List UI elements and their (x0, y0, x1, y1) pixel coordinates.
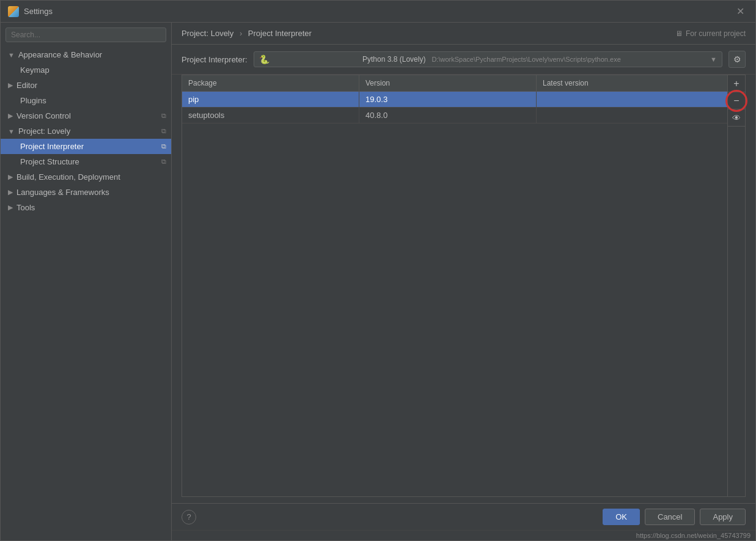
settings-dialog: Settings ✕ ▼ Appearance & Behavior Keyma… (0, 0, 756, 541)
status-bar: https://blog.csdn.net/weixin_45743799 (172, 530, 755, 540)
sidebar-item-label: Tools (17, 203, 35, 212)
help-button[interactable]: ? (182, 510, 196, 524)
action-buttons: + − 👁 (728, 75, 746, 497)
packages-table: Package Version Latest version pip 19.0.… (182, 75, 728, 497)
bottom-bar: ? OK Cancel Apply (172, 503, 755, 530)
interpreter-row: Project Interpreter: 🐍 Python 3.8 (Lovel… (172, 45, 755, 75)
close-button[interactable]: ✕ (733, 4, 748, 18)
cell-version: 19.0.3 (359, 92, 537, 107)
pycharm-icon (8, 6, 19, 17)
sidebar-item-project-lovely[interactable]: ▼ Project: Lovely ⧉ (1, 123, 171, 139)
gear-icon: ⚙ (733, 54, 741, 64)
sidebar-item-label: Languages & Frameworks (17, 188, 109, 197)
table-row[interactable]: pip 19.0.3 (182, 92, 727, 108)
sidebar-item-appearance[interactable]: ▼ Appearance & Behavior (1, 47, 171, 62)
sidebar-item-label: Plugins (20, 96, 46, 105)
ok-button[interactable]: OK (603, 509, 640, 525)
for-current-text: For current project (686, 29, 746, 38)
copy-icon: ⧉ (161, 127, 166, 135)
cell-latest (537, 92, 727, 107)
monitor-icon: 🖥 (675, 29, 683, 38)
sidebar-item-label: Appearance & Behavior (18, 50, 102, 59)
packages-table-wrapper: Package Version Latest version pip 19.0.… (182, 75, 746, 497)
sidebar-item-project-interpreter[interactable]: Project Interpreter ⧉ (1, 139, 171, 154)
col-header-package: Package (182, 75, 359, 91)
col-header-latest: Latest version (537, 75, 727, 91)
sidebar-item-label: Version Control (17, 111, 71, 120)
interpreter-select[interactable]: 🐍 Python 3.8 (Lovely) D:\workSpace\Pycha… (254, 51, 722, 67)
chevron-down-icon: ▼ (8, 128, 15, 135)
sidebar-item-languages-frameworks[interactable]: ▶ Languages & Frameworks (1, 185, 171, 200)
sidebar-item-label: Project Interpreter (20, 142, 84, 151)
cancel-button[interactable]: Cancel (645, 509, 695, 525)
apply-button[interactable]: Apply (700, 509, 746, 525)
chevron-right-icon: ▶ (8, 204, 13, 212)
sidebar-item-tools[interactable]: ▶ Tools (1, 200, 171, 215)
cell-version: 40.8.0 (359, 108, 537, 123)
plus-icon: + (733, 78, 739, 89)
gear-button[interactable]: ⚙ (728, 51, 746, 68)
interpreter-value: Python 3.8 (Lovely) D:\workSpace\Pycharm… (362, 55, 621, 64)
sidebar-item-label: Keymap (20, 65, 50, 75)
right-panel: Project: Lovely › Project Interpreter 🖥 … (172, 23, 755, 540)
col-header-version: Version (359, 75, 537, 91)
copy-icon: ⧉ (161, 158, 166, 166)
chevron-down-icon: ▼ (710, 56, 717, 63)
cell-package: setuptools (182, 108, 359, 123)
sidebar-item-keymap[interactable]: Keymap (1, 62, 171, 78)
copy-icon: ⧉ (161, 112, 166, 120)
remove-package-button[interactable]: − (728, 92, 745, 109)
cell-latest (537, 108, 727, 123)
chevron-right-icon: ▶ (8, 188, 13, 196)
search-input[interactable] (6, 28, 166, 42)
add-package-button[interactable]: + (728, 75, 745, 92)
page-name: Project Interpreter (248, 29, 312, 38)
minus-icon: − (733, 95, 739, 106)
cell-package: pip (182, 92, 359, 107)
sidebar-item-build-exec-deploy[interactable]: ▶ Build, Execution, Deployment (1, 169, 171, 185)
breadcrumb: Project: Lovely › Project Interpreter 🖥 … (172, 23, 755, 45)
chevron-right-icon: ▶ (8, 173, 13, 181)
window-title: Settings (24, 7, 53, 16)
eye-icon: 👁 (732, 113, 741, 123)
status-url: https://blog.csdn.net/weixin_45743799 (636, 532, 750, 539)
project-name: Project: Lovely (182, 29, 233, 38)
table-row[interactable]: setuptools 40.8.0 (182, 108, 727, 123)
sidebar: ▼ Appearance & Behavior Keymap ▶ Editor … (1, 23, 172, 540)
chevron-right-icon: ▶ (8, 112, 13, 120)
sidebar-item-plugins[interactable]: Plugins (1, 93, 171, 108)
sidebar-item-version-control[interactable]: ▶ Version Control ⧉ (1, 108, 171, 123)
sidebar-item-label: Build, Execution, Deployment (17, 172, 120, 182)
breadcrumb-arrow: › (240, 29, 242, 38)
title-bar-left: Settings (8, 6, 53, 17)
table-header: Package Version Latest version (182, 75, 727, 92)
for-current-project: 🖥 For current project (675, 29, 746, 38)
main-content: ▼ Appearance & Behavior Keymap ▶ Editor … (1, 23, 755, 540)
breadcrumb-project: Project: Lovely › Project Interpreter (182, 29, 312, 38)
python-icon: 🐍 (259, 54, 270, 64)
sidebar-item-label: Project: Lovely (18, 127, 70, 136)
chevron-down-icon: ▼ (8, 51, 15, 59)
sidebar-item-editor[interactable]: ▶ Editor (1, 78, 171, 93)
eye-button[interactable]: 👁 (728, 109, 745, 127)
table-body: pip 19.0.3 setuptools 40.8.0 (182, 92, 727, 496)
chevron-right-icon: ▶ (8, 81, 13, 89)
sidebar-item-project-structure[interactable]: Project Structure ⧉ (1, 154, 171, 169)
sidebar-item-label: Editor (17, 81, 37, 90)
title-bar: Settings ✕ (1, 1, 755, 23)
sidebar-item-label: Project Structure (20, 157, 79, 166)
interpreter-label: Project Interpreter: (182, 55, 248, 64)
copy-icon: ⧉ (161, 142, 166, 150)
